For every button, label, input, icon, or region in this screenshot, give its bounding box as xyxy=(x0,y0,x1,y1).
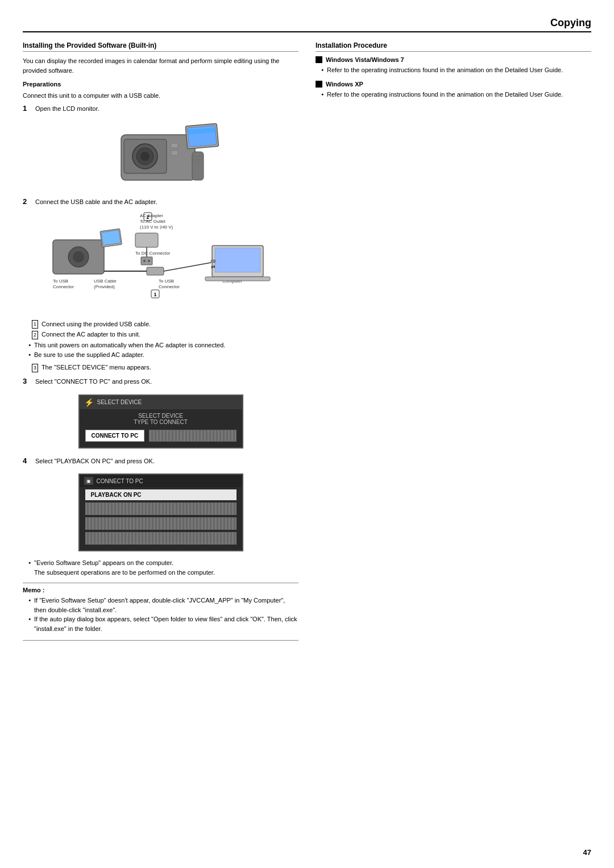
submenu-item-blurred-1 xyxy=(85,502,237,515)
svg-rect-10 xyxy=(171,151,178,155)
win-xp-label: Windows XP xyxy=(326,81,363,88)
menu-item-connect-to-pc: CONNECT TO PC xyxy=(85,430,145,442)
step-1-text: Open the LCD monitor. xyxy=(35,104,99,114)
svg-rect-24 xyxy=(135,233,158,247)
win-xp-bullet: Refer to the operating instructions foun… xyxy=(321,90,591,99)
step-3-num: 3 xyxy=(23,377,33,385)
submenu-item-blurred-3 xyxy=(85,532,237,545)
submenu-items: PLAYBACK ON PC xyxy=(80,487,242,550)
submenu-item-playback: PLAYBACK ON PC xyxy=(85,489,237,500)
windows-vista-section: Windows Vista/Windows 7 Refer to the ope… xyxy=(316,56,591,75)
bullet-1: This unit powers on automatically when t… xyxy=(28,340,298,350)
submenu-item-blurred-2 xyxy=(85,517,237,530)
svg-text:(Provided): (Provided) xyxy=(94,284,115,289)
windows-xp-section: Windows XP Refer to the operating instru… xyxy=(316,81,591,99)
win-vista-bullets: Refer to the operating instructions foun… xyxy=(316,65,591,75)
bullet-2: Be sure to use the supplied AC adapter. xyxy=(28,350,298,360)
svg-text:To AC Outlet: To AC Outlet xyxy=(140,219,166,224)
bullet-list: This unit powers on automatically when t… xyxy=(23,340,298,359)
svg-text:(110 V to 240 V): (110 V to 240 V) xyxy=(140,225,173,230)
svg-text:To USB: To USB xyxy=(53,279,68,284)
memo-item-1: If "Everio Software Setup" doesn't appea… xyxy=(28,596,298,614)
connect-to-pc-menu: ▣ CONNECT TO PC PLAYBACK ON PC xyxy=(78,474,243,551)
step-2-text: Connect the USB cable and the AC adapter… xyxy=(35,197,157,207)
win-xp-bullets: Refer to the operating instructions foun… xyxy=(316,90,591,99)
memo-title: Memo : xyxy=(23,587,298,593)
svg-rect-26 xyxy=(141,257,152,265)
connection-diagram: 2 AC Adapter To AC Outlet (110 V to 240 … xyxy=(23,211,298,314)
memo-item-2: If the auto play dialog box appears, sel… xyxy=(28,614,298,633)
two-column-layout: Installing the Provided Software (Built-… xyxy=(23,41,591,641)
memo-list: If "Everio Software Setup" doesn't appea… xyxy=(23,596,298,633)
submenu-icon: ▣ xyxy=(84,477,93,485)
svg-point-27 xyxy=(143,260,146,262)
svg-point-16 xyxy=(73,251,84,263)
menu-header-bar: ⚡ SELECT DEVICE xyxy=(80,396,242,409)
svg-rect-8 xyxy=(192,152,204,180)
menu-header-icon: ⚡ xyxy=(84,398,94,407)
win-vista-header: Windows Vista/Windows 7 xyxy=(316,56,591,63)
svg-text:Connector: Connector xyxy=(53,284,74,289)
svg-text:To DC Connector: To DC Connector xyxy=(135,251,171,256)
step-2: 2 Connect the USB cable and the AC adapt… xyxy=(23,197,298,207)
step-4-text: Select "PLAYBACK ON PC" and press OK. xyxy=(35,456,155,466)
connection-svg: 2 AC Adapter To AC Outlet (110 V to 240 … xyxy=(47,211,275,314)
step-4-num: 4 xyxy=(23,456,33,465)
menu-header-title: SELECT DEVICE xyxy=(97,399,142,405)
section-title-left: Installing the Provided Software (Built-… xyxy=(23,41,298,52)
svg-rect-43 xyxy=(205,277,270,281)
select-device-menu: ⚡ SELECT DEVICE SELECT DEVICE TYPE TO CO… xyxy=(78,394,243,448)
svg-rect-31 xyxy=(147,267,164,275)
svg-rect-18 xyxy=(101,230,121,245)
svg-text:To USB: To USB xyxy=(159,279,174,284)
win-vista-bullet: Refer to the operating instructions foun… xyxy=(321,65,591,75)
svg-rect-42 xyxy=(215,248,260,272)
note-3: 3 The "SELECT DEVICE" menu appears. xyxy=(23,363,298,372)
page-title: Copying xyxy=(23,17,591,32)
memo-box: Memo : If "Everio Software Setup" doesn'… xyxy=(23,583,298,641)
intro-text: You can display the recorded images in c… xyxy=(23,56,298,75)
preparations-title: Preparations xyxy=(23,81,298,88)
left-column: Installing the Provided Software (Built-… xyxy=(23,41,298,641)
svg-text:⇄: ⇄ xyxy=(211,264,215,269)
right-column: Installation Procedure Windows Vista/Win… xyxy=(316,41,591,641)
svg-text:1: 1 xyxy=(154,292,156,297)
win-xp-header: Windows XP xyxy=(316,81,591,88)
submenu-header-bar: ▣ CONNECT TO PC xyxy=(80,475,242,487)
menu-items: CONNECT TO PC xyxy=(80,427,242,447)
menu-item-blurred xyxy=(149,430,236,442)
bullet-after-step4: "Everio Software Setup" appears on the c… xyxy=(28,558,298,577)
svg-point-28 xyxy=(148,260,150,262)
step-4: 4 Select "PLAYBACK ON PC" and press OK. xyxy=(23,456,298,466)
step-3-text: Select "CONNECT TO PC" and press OK. xyxy=(35,377,152,387)
page-number: 47 xyxy=(583,848,591,857)
page: Copying Installing the Provided Software… xyxy=(0,0,614,868)
step-1: 1 Open the LCD monitor. xyxy=(23,104,298,114)
menu-subtitle: SELECT DEVICE TYPE TO CONNECT xyxy=(80,409,242,427)
note-1: 1 Connect using the provided USB cable. xyxy=(23,319,298,329)
svg-line-46 xyxy=(164,263,211,271)
svg-text:USB Cable: USB Cable xyxy=(94,279,117,284)
section-title-right: Installation Procedure xyxy=(316,41,591,52)
submenu-title-text: CONNECT TO PC xyxy=(97,478,143,484)
win-square-icon xyxy=(316,56,322,63)
step-2-num: 2 xyxy=(23,197,33,206)
step-3: 3 Select "CONNECT TO PC" and press OK. xyxy=(23,377,298,387)
title-text: Copying xyxy=(550,17,591,28)
camera-illustration xyxy=(23,118,298,192)
note-2: 2 Connect the AC adapter to this unit. xyxy=(23,330,298,339)
svg-rect-9 xyxy=(171,143,178,148)
camera-svg xyxy=(98,118,223,192)
win-vista-label: Windows Vista/Windows 7 xyxy=(326,56,404,63)
svg-text:Connector: Connector xyxy=(159,284,180,289)
svg-point-4 xyxy=(140,152,150,161)
step-1-num: 1 xyxy=(23,104,33,113)
after-step4-bullets: "Everio Software Setup" appears on the c… xyxy=(23,558,298,577)
svg-text:AC Adapter: AC Adapter xyxy=(140,213,163,218)
svg-rect-44 xyxy=(211,260,215,263)
connect-text: Connect this unit to a computer with a U… xyxy=(23,91,298,101)
win-xp-square-icon xyxy=(316,81,322,88)
